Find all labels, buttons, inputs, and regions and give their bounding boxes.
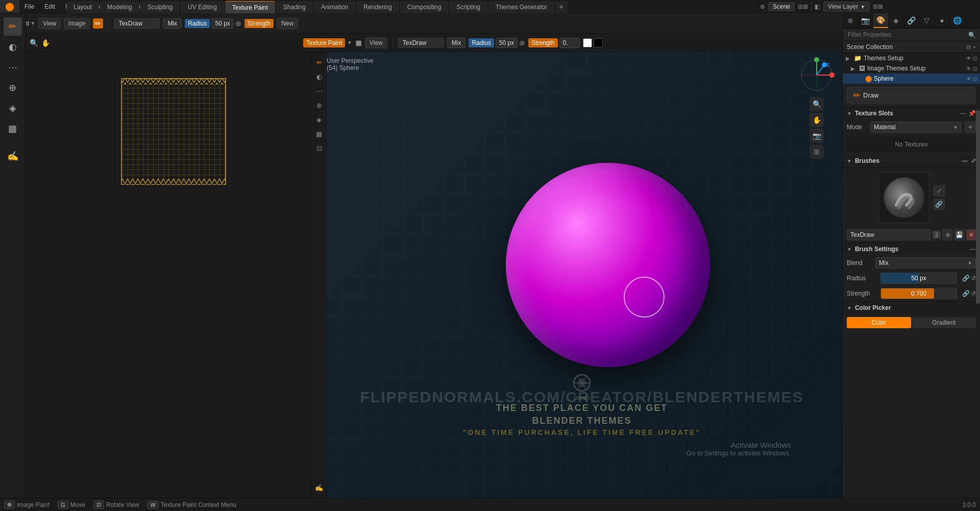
vp-radius-value[interactable]: 50 px xyxy=(496,38,518,48)
tab-sculpting[interactable]: Sculpting xyxy=(140,1,180,13)
brush-delete-btn[interactable]: ✕ xyxy=(966,229,976,240)
menu-blender[interactable]: ⬤ xyxy=(0,0,19,13)
texture-add-btn[interactable]: + xyxy=(965,121,976,133)
tab-texture-paint[interactable]: Texture Paint xyxy=(225,1,275,13)
cvtool-fill[interactable]: ◈ xyxy=(313,113,325,126)
tab-rendering[interactable]: Rendering xyxy=(356,1,399,13)
tab-scripting[interactable]: Scripting xyxy=(449,1,487,13)
view-btn[interactable]: View xyxy=(38,18,61,29)
ip-active-tool[interactable]: ✏ xyxy=(93,18,103,29)
color-picker-collapser[interactable]: ▼ Color Picker xyxy=(843,301,980,314)
vp-zoom-tool[interactable]: 🔍 xyxy=(810,97,824,111)
scene-collection-header[interactable]: Scene Collection ⊟ + xyxy=(843,41,980,53)
strength-reset-icon[interactable]: ↺ xyxy=(971,290,976,297)
tool-draw[interactable]: ✏ xyxy=(4,17,22,36)
brush-name-input[interactable] xyxy=(847,229,930,240)
tab-layout[interactable]: Layout xyxy=(66,1,99,13)
vp-blend-mode[interactable]: Mix xyxy=(447,38,466,48)
cvtool-clone[interactable]: ⊕ xyxy=(313,99,325,111)
ip-strength-label[interactable]: Strength xyxy=(244,19,274,28)
strength-link-icon[interactable]: 🔗 xyxy=(962,290,970,297)
draw-button[interactable]: ✏ Draw xyxy=(847,87,976,104)
tree-sphere[interactable]: ⬤ Sphere 👁 ⊡ xyxy=(843,74,980,84)
rpanel-tab-material[interactable]: ● xyxy=(935,13,950,28)
strength-field-bg[interactable]: 0.700 xyxy=(880,288,957,299)
vp-camera-tool[interactable]: 📷 xyxy=(810,129,824,143)
brush-expand-btn[interactable]: ⤢ xyxy=(934,185,945,197)
fg-color-swatch[interactable] xyxy=(583,38,592,47)
rpanel-tab-constraints[interactable]: 🔗 xyxy=(904,13,919,28)
rpanel-search-input[interactable] xyxy=(843,29,980,41)
view-layer-button[interactable]: View Layer ▼ xyxy=(823,2,870,12)
tab-shading[interactable]: Shading xyxy=(276,1,313,13)
navigation-gizmo[interactable]: Y X Z 🔍 ✋ 📷 ⊞ xyxy=(796,57,837,159)
menu-edit[interactable]: Edit xyxy=(39,0,60,13)
vp-radius-label[interactable]: Radius xyxy=(469,38,494,47)
vp-grid-toggle[interactable]: ⊞ xyxy=(810,144,824,159)
tool-clone[interactable]: ⊕ xyxy=(4,79,22,97)
rpanel-tab-scene[interactable]: ⊕ xyxy=(843,13,858,28)
radius-link-icon[interactable]: 🔗 xyxy=(962,275,970,282)
tab-themes-generator[interactable]: Themes Generator xyxy=(488,1,554,13)
cvtool-mask[interactable]: ▦ xyxy=(313,128,325,140)
ip-radius-label[interactable]: Radius xyxy=(185,19,210,28)
rpanel-tab-object[interactable]: ◈ xyxy=(889,13,904,28)
tool-soften[interactable]: ◐ xyxy=(4,38,22,56)
h2-hand-icon[interactable]: ✋ xyxy=(41,39,50,47)
scene-coll-add[interactable]: + xyxy=(973,44,976,51)
tab-animation[interactable]: Animation xyxy=(314,1,355,13)
brush-settings-collapser[interactable]: ▼ Brush Settings — xyxy=(843,242,980,255)
tab-uv-editing[interactable]: UV Editing xyxy=(181,1,224,13)
rpanel-tab-world[interactable]: 🌐 xyxy=(950,13,965,28)
rpanel-tab-data[interactable]: ▽ xyxy=(919,13,935,28)
color-tab-gradient[interactable]: Gradient xyxy=(912,317,976,328)
vp-view-btn[interactable]: View xyxy=(365,37,387,48)
vp-strength-label[interactable]: Strength xyxy=(528,38,557,47)
vp-mode-dropdown[interactable]: Texture Paint ▼ xyxy=(303,38,352,47)
menu-file[interactable]: File xyxy=(19,0,39,13)
tree-themes-setup[interactable]: ▶ 📁 Themes Setup 👁 ⊡ xyxy=(843,53,980,63)
vp-render-mode-icon[interactable]: ◼ xyxy=(355,38,362,47)
h2-search-icon[interactable]: 🔍 xyxy=(30,39,38,47)
brush-settings-collapse-icon[interactable]: — xyxy=(970,246,976,253)
radius-reset-icon[interactable]: ↺ xyxy=(971,275,976,282)
brush-single-user-btn[interactable]: ⊕ xyxy=(943,229,952,240)
color-tab-color[interactable]: Color xyxy=(847,317,911,328)
tab-compositing[interactable]: Compositing xyxy=(400,1,449,13)
texture-slots-collapse-icon[interactable]: — xyxy=(960,110,966,117)
brush-link-btn[interactable]: 🔗 xyxy=(934,199,945,210)
scene-coll-filter[interactable]: ⊟ xyxy=(966,44,971,51)
brushes-expand2-icon[interactable]: ⤢ xyxy=(971,157,976,164)
brush-preview-box[interactable] xyxy=(878,172,929,223)
brushes-section-header[interactable]: ▼ Brushes — ⤢ xyxy=(843,154,980,168)
cvtool-draw[interactable]: ✏ xyxy=(313,56,325,68)
tab-modeling[interactable]: Modeling xyxy=(100,1,139,13)
tab-add-workspace[interactable]: + xyxy=(555,1,568,13)
cvtool-annotate[interactable]: ✍ xyxy=(313,481,325,494)
ip-new-btn[interactable]: New xyxy=(277,18,298,29)
tool-fill[interactable]: ◈ xyxy=(4,99,22,117)
brush-save-btn[interactable]: 💾 xyxy=(954,229,964,240)
tool-smear[interactable]: ⋯ xyxy=(4,58,22,77)
tool-annotate[interactable]: ✍ xyxy=(4,147,22,165)
rpanel-tab-render[interactable]: 📷 xyxy=(858,13,873,28)
ip-radius-value[interactable]: 50 px xyxy=(211,18,233,29)
cvtool-box[interactable]: ⊡ xyxy=(313,142,325,154)
radius-field-bg[interactable]: 50 px xyxy=(880,273,957,284)
ip-brush-name[interactable]: TexDraw xyxy=(114,18,160,29)
vp-strength-value[interactable]: 0. xyxy=(559,38,580,48)
texture-slots-collapser[interactable]: ▼ Texture Slots — 📌 xyxy=(843,107,980,119)
vp-pan-tool[interactable]: ✋ xyxy=(810,113,824,127)
cvtool-soften[interactable]: ◐ xyxy=(313,70,325,83)
ip-blend-mode[interactable]: Mix xyxy=(163,18,182,29)
brushes-collapse-icon[interactable]: — xyxy=(962,157,968,164)
tool-mask[interactable]: ▦ xyxy=(4,119,22,138)
cvtool-smear[interactable]: ⋯ xyxy=(313,85,325,97)
bg-color-swatch[interactable] xyxy=(594,38,603,47)
tree-image-themes-setup[interactable]: ▶ 🖼 Image Themes Setup 👁 ⊡ xyxy=(843,63,980,74)
mode-dropdown[interactable]: Material ▼ xyxy=(870,121,962,133)
scroll-handle[interactable] xyxy=(976,110,980,304)
blend-dropdown[interactable]: Mix ▼ xyxy=(875,257,976,269)
texture-slots-pin-icon[interactable]: 📌 xyxy=(968,110,976,117)
scene-name-field[interactable]: Scene xyxy=(768,2,795,11)
